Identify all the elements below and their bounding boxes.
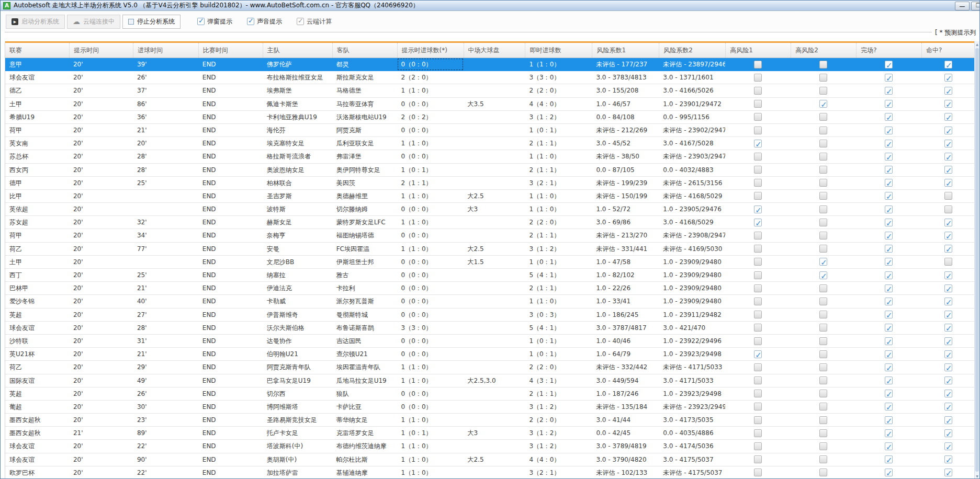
column-header-11[interactable]: 风险系数2 xyxy=(659,43,725,58)
high-risk2-checkbox[interactable] xyxy=(819,390,827,397)
ended-checkbox[interactable] xyxy=(885,311,893,318)
ended-checkbox[interactable] xyxy=(885,284,893,292)
table-row[interactable]: 英U21杯20'21'END伯明翰U21查尔顿U210（0：0）1（0：1）1.… xyxy=(5,348,975,361)
hit-checkbox[interactable] xyxy=(944,455,952,463)
high-risk2-checkbox[interactable] xyxy=(819,377,827,384)
hit-checkbox[interactable] xyxy=(944,271,952,279)
ended-checkbox[interactable] xyxy=(885,469,893,476)
table-row[interactable]: 英依超20'END波特斯切尔滕纳姆0（0：0）大31（1：0）1.0 - 52/… xyxy=(5,203,975,216)
hit-checkbox[interactable] xyxy=(944,74,952,82)
high-risk2-checkbox[interactable] xyxy=(819,469,827,476)
high-risk2-checkbox[interactable] xyxy=(819,324,827,332)
column-header-1[interactable]: 联赛 xyxy=(5,43,69,58)
column-header-14[interactable]: 完场? xyxy=(856,43,921,58)
scroll-up-icon[interactable]: ▲ xyxy=(975,41,979,48)
hit-checkbox[interactable] xyxy=(944,298,952,305)
table-row[interactable]: 英女南20'20'END埃克塞特女足瓜利亚联女足1（1：0）2（1：1）3.0 … xyxy=(5,137,975,150)
table-row[interactable]: 葡超20'30'END博阿维斯塔卡萨比亚0（0：0）3（1：2）未评估 - 13… xyxy=(5,401,975,414)
high-risk2-checkbox[interactable] xyxy=(819,350,827,358)
table-row[interactable]: 国际友谊20'49'END巴拿马女足U19瓜地马拉女足U191（1：0）大2.5… xyxy=(5,374,975,387)
ended-checkbox[interactable] xyxy=(885,377,893,384)
ended-checkbox[interactable] xyxy=(885,350,893,358)
column-header-6[interactable]: 客队 xyxy=(332,43,397,58)
high-risk2-checkbox[interactable] xyxy=(819,153,827,161)
table-row[interactable]: 比甲20'END圣吉罗斯奥德赫维里1（1：0）大2.51（1：0）未评估 - 1… xyxy=(5,190,975,203)
scroll-down-icon[interactable]: ▼ xyxy=(975,473,979,479)
high-risk1-checkbox[interactable] xyxy=(754,442,762,450)
high-risk2-checkbox[interactable] xyxy=(819,284,827,292)
popup-alert-checkbox-box[interactable] xyxy=(197,18,205,25)
high-risk2-checkbox[interactable] xyxy=(819,442,827,450)
ended-checkbox[interactable] xyxy=(885,192,893,200)
high-risk1-checkbox[interactable] xyxy=(754,153,762,161)
column-header-13[interactable]: 高风险2 xyxy=(791,43,856,58)
column-header-15[interactable]: 命中? xyxy=(921,43,975,58)
high-risk2-checkbox[interactable] xyxy=(819,206,827,213)
high-risk1-checkbox[interactable] xyxy=(754,100,762,108)
hit-checkbox[interactable] xyxy=(944,469,952,476)
high-risk1-checkbox[interactable] xyxy=(754,390,762,397)
ended-checkbox[interactable] xyxy=(885,271,893,279)
hit-checkbox[interactable] xyxy=(944,61,952,69)
ended-checkbox[interactable] xyxy=(885,219,893,226)
high-risk2-checkbox[interactable] xyxy=(819,113,827,121)
high-risk2-checkbox[interactable] xyxy=(819,416,827,424)
ended-checkbox[interactable] xyxy=(885,127,893,134)
high-risk2-checkbox[interactable] xyxy=(819,298,827,305)
table-row[interactable]: 德乙20'37'END埃弗斯堡马格德堡1（1：0）2（2：0）3.0 - 155… xyxy=(5,84,975,97)
scrollbar-thumb[interactable] xyxy=(975,48,979,472)
high-risk1-checkbox[interactable] xyxy=(754,284,762,292)
hit-checkbox[interactable] xyxy=(944,403,952,410)
hit-checkbox[interactable] xyxy=(944,113,952,121)
ended-checkbox[interactable] xyxy=(885,179,893,187)
high-risk2-checkbox[interactable] xyxy=(819,311,827,318)
high-risk1-checkbox[interactable] xyxy=(754,350,762,358)
high-risk2-checkbox[interactable] xyxy=(819,219,827,226)
vertical-scrollbar[interactable]: ▲ ▼ xyxy=(974,41,979,479)
column-header-2[interactable]: 提示时间 xyxy=(69,43,133,58)
table-row[interactable]: 球会友谊20'28'END沃尔夫斯伯格布鲁诺斯喜鹊3（3：0）5（4：1）3.0… xyxy=(5,322,975,335)
table-row[interactable]: 英超20'26'END切尔西狼队0（0：0）2（1：1）1.0 - 187/24… xyxy=(5,387,975,401)
high-risk1-checkbox[interactable] xyxy=(754,245,762,253)
column-header-5[interactable]: 主队 xyxy=(263,43,332,58)
ended-checkbox[interactable] xyxy=(885,324,893,332)
cloud-compute-checkbox-box[interactable] xyxy=(297,18,304,25)
high-risk1-checkbox[interactable] xyxy=(754,298,762,305)
high-risk1-checkbox[interactable] xyxy=(754,74,762,82)
high-risk1-checkbox[interactable] xyxy=(754,166,762,174)
table-row[interactable]: 沙特联20'31'END达曼协作吉达国民0（0：0）1（0：1）1.0 - 40… xyxy=(5,335,975,348)
table-row[interactable]: 球会友谊20'26'END布拉格斯拉维亚女足斯拉斯克女足2（2：0）3（3：0）… xyxy=(5,71,975,84)
column-header-8[interactable]: 中场大球盘 xyxy=(464,43,525,58)
ended-checkbox[interactable] xyxy=(885,100,893,108)
column-header-7[interactable]: 提示时进球数(*) xyxy=(397,43,464,58)
hit-checkbox[interactable] xyxy=(944,127,952,134)
column-header-10[interactable]: 风险系数1 xyxy=(592,43,659,58)
ended-checkbox[interactable] xyxy=(885,153,893,161)
hit-checkbox[interactable] xyxy=(944,245,952,253)
column-header-4[interactable]: 比赛时间 xyxy=(198,43,263,58)
high-risk1-checkbox[interactable] xyxy=(754,206,762,213)
high-risk1-checkbox[interactable] xyxy=(754,324,762,332)
table-row[interactable]: 欧罗巴杯20'22'END加拉塔萨雷基辅迪纳摩1（1：0）3（2：1）未评估 -… xyxy=(5,466,975,479)
high-risk1-checkbox[interactable] xyxy=(754,429,762,437)
table-row[interactable]: 爱沙冬锦20'40'END卡勒威派尔努瓦普斯0（0：0）1（1：0）1.0 - … xyxy=(5,295,975,308)
hit-checkbox[interactable] xyxy=(944,87,952,95)
table-row[interactable]: 土甲20'86'END佩迪卡斯堡马拉蒂亚体育0（0：0）大3.54（4：0）1.… xyxy=(5,98,975,111)
table-row[interactable]: 荷乙20'77'END安曼FC埃因霍温1（1：0）大2.53（1：2）未评估 -… xyxy=(5,243,975,256)
ended-checkbox[interactable] xyxy=(885,74,893,82)
hit-checkbox[interactable] xyxy=(944,153,952,161)
cloud-connecting-button[interactable]: ☁ 云端连接中 xyxy=(67,15,120,29)
column-header-3[interactable]: 进球时间 xyxy=(133,43,198,58)
high-risk2-checkbox[interactable] xyxy=(819,337,827,345)
high-risk1-checkbox[interactable] xyxy=(754,140,762,147)
high-risk2-checkbox[interactable] xyxy=(819,429,827,437)
high-risk1-checkbox[interactable] xyxy=(754,219,762,226)
hit-checkbox[interactable] xyxy=(944,429,952,437)
high-risk2-checkbox[interactable] xyxy=(819,245,827,253)
hit-checkbox[interactable] xyxy=(944,206,952,213)
high-risk2-checkbox[interactable] xyxy=(819,166,827,174)
minimize-button[interactable]: — xyxy=(955,2,970,10)
table-row[interactable]: 苏总杯20'28'END格拉斯哥流浪者弗雷泽堡0（0：0）1（1：0）未评估 -… xyxy=(5,150,975,163)
table-row[interactable]: 墨西女超秋20'23'END圣路易斯竞技女足蒂华纳女足1（1：0）2（2：0）3… xyxy=(5,414,975,427)
hit-checkbox[interactable] xyxy=(944,179,952,187)
